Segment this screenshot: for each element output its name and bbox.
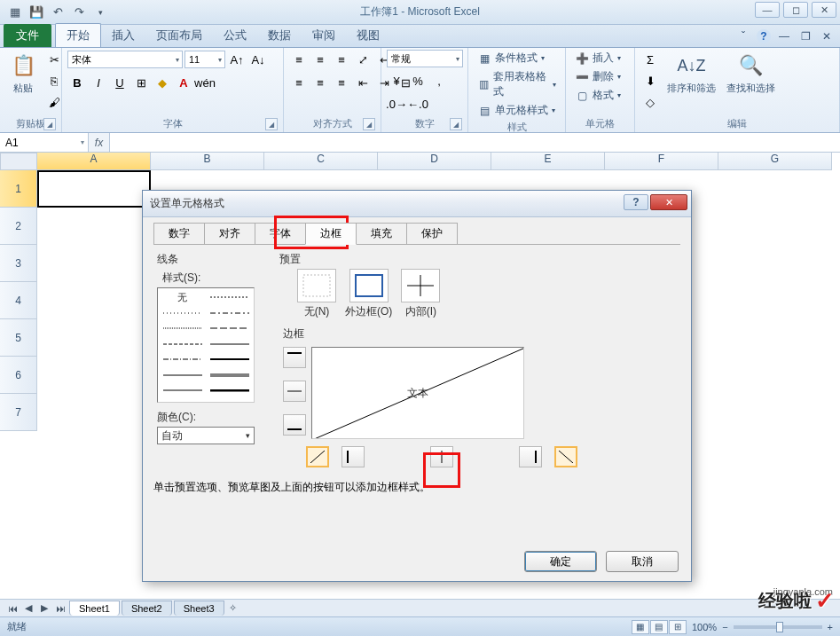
insert-tab[interactable]: 插入 [101,24,145,47]
qat-more-icon[interactable]: ▾ [90,3,110,22]
formula-tab[interactable]: 公式 [213,24,257,47]
col-header-B[interactable]: B [151,153,264,170]
dlg-tab-fill[interactable]: 填充 [356,223,407,244]
orientation-icon[interactable]: ⤢ [353,50,373,69]
table-format-button[interactable]: ▥套用表格格式▾ [474,68,560,100]
align-left-icon[interactable]: ≡ [289,73,309,92]
insert-cells-button[interactable]: ➕插入▾ [571,50,624,67]
indent-dec-icon[interactable]: ⇤ [353,73,373,92]
border-preview[interactable]: 文本 [311,347,524,439]
zoom-slider[interactable] [734,625,822,629]
zoom-out-icon[interactable]: − [722,622,727,632]
excel-icon[interactable]: ▦ [5,3,25,22]
border-vmid-btn[interactable] [430,446,453,467]
row-header-3[interactable]: 3 [0,245,37,282]
align-center-icon[interactable]: ≡ [310,73,330,92]
border-diag-down-btn[interactable] [554,446,577,467]
line-style[interactable] [161,339,203,349]
border-top-btn[interactable] [283,347,306,368]
wb-restore-icon[interactable]: ❐ [797,28,813,44]
line-style[interactable] [208,370,250,381]
line-style[interactable] [208,323,250,334]
fill-icon[interactable]: ⬇ [640,71,660,90]
cut-icon[interactable]: ✂ [44,50,64,69]
tab-next-icon[interactable]: ▶ [37,601,51,616]
color-combo[interactable]: 自动 [157,427,255,444]
preset-outline[interactable]: 外边框(O) [345,269,392,319]
formula-bar[interactable] [110,133,840,152]
review-tab[interactable]: 审阅 [302,24,346,47]
font-name-combo[interactable]: 宋体 [67,51,183,68]
row-header-5[interactable]: 5 [0,319,37,357]
cell-a1[interactable] [37,170,151,208]
sheet-tab-2[interactable]: Sheet2 [122,601,172,616]
line-style[interactable] [161,370,203,381]
layout-view-icon[interactable]: ▤ [650,620,668,634]
align-right-icon[interactable]: ≡ [332,73,351,92]
border-left-btn[interactable] [341,446,365,467]
break-view-icon[interactable]: ⊞ [669,620,687,634]
undo-icon[interactable]: ↶ [48,3,67,22]
dlg-tab-number[interactable]: 数字 [153,223,205,244]
dlg-tab-align[interactable]: 对齐 [204,223,255,244]
save-icon[interactable]: 💾 [27,3,46,22]
file-tab[interactable]: 文件 [4,24,51,47]
normal-view-icon[interactable]: ▦ [632,620,649,634]
dialog-help-button[interactable]: ? [624,194,648,210]
wb-close-icon[interactable]: ✕ [819,28,835,44]
col-header-G[interactable]: G [718,153,832,170]
align-middle-icon[interactable]: ≡ [310,50,330,69]
border-diag-up-btn[interactable] [306,446,329,467]
shrink-font-icon[interactable]: A↓ [248,50,268,69]
comma-icon[interactable]: , [429,71,449,90]
format-cells-button[interactable]: ▢格式▾ [571,87,624,104]
line-style[interactable] [161,323,203,334]
align-bottom-icon[interactable]: ≡ [332,50,351,69]
line-style[interactable] [161,354,203,365]
dialog-close-button[interactable]: ✕ [650,194,687,210]
data-tab[interactable]: 数据 [257,24,302,47]
line-style[interactable] [208,292,250,302]
row-header-1[interactable]: 1 [0,170,37,208]
dlg-tab-border[interactable]: 边框 [305,223,357,245]
help-icon[interactable]: ? [757,29,771,43]
tab-prev-icon[interactable]: ◀ [21,601,35,616]
home-tab[interactable]: 开始 [55,23,101,47]
clipboard-launcher[interactable]: ◢ [43,118,56,130]
align-launcher[interactable]: ◢ [363,118,375,130]
line-style[interactable] [208,354,250,365]
sheet-tab-1[interactable]: Sheet1 [69,601,120,616]
zoom-in-icon[interactable]: + [828,622,833,632]
preset-none[interactable]: 无(N) [297,269,336,319]
border-bottom-btn[interactable] [283,414,306,436]
dlg-tab-protect[interactable]: 保护 [406,223,458,244]
cell-style-button[interactable]: ▤单元格样式▾ [474,102,560,119]
new-sheet-icon[interactable]: ✧ [226,601,240,616]
number-format-combo[interactable]: 常规 [387,50,463,67]
find-select-button[interactable]: 🔍 查找和选择 [723,50,779,97]
inc-decimal-icon[interactable]: .0→ [387,94,406,114]
line-style[interactable] [161,308,203,318]
col-header-D[interactable]: D [378,153,491,170]
fill-color-icon[interactable]: ◆ [153,73,172,92]
paste-button[interactable]: 📋 粘贴 [5,50,41,97]
sheet-tab-3[interactable]: Sheet3 [174,601,224,616]
minimize-ribbon-icon[interactable]: ˇ [735,28,751,44]
col-header-C[interactable]: C [264,153,378,170]
line-style[interactable] [208,308,250,318]
dlg-tab-font[interactable]: 字体 [255,223,306,244]
sort-filter-button[interactable]: A↓Z 排序和筛选 [663,50,719,97]
autosum-icon[interactable]: Σ [640,50,660,69]
align-top-icon[interactable]: ≡ [289,50,309,69]
italic-icon[interactable]: I [89,73,108,92]
underline-icon[interactable]: U [110,73,130,92]
cond-format-button[interactable]: ▦条件格式▾ [474,50,560,67]
preset-inside[interactable]: 内部(I) [401,269,440,319]
grow-font-icon[interactable]: A↑ [227,50,247,69]
col-header-F[interactable]: F [605,153,718,170]
minimize-button[interactable]: — [755,2,780,18]
copy-icon[interactable]: ⎘ [44,71,64,90]
dec-decimal-icon[interactable]: ←.0 [408,94,428,114]
col-header-A[interactable]: A [37,153,151,170]
row-header-7[interactable]: 7 [0,394,37,431]
